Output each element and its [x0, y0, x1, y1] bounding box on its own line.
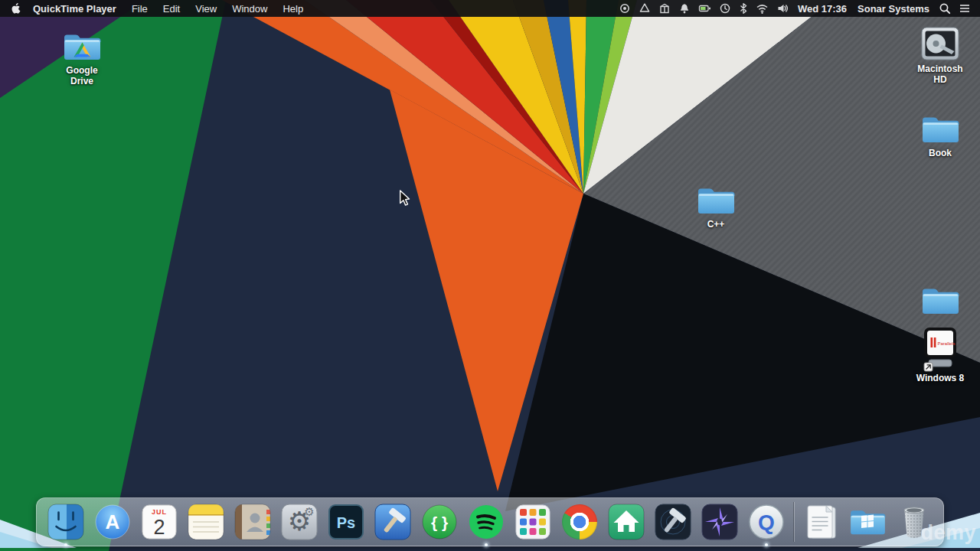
desktop-icon-macintosh-hd[interactable]: Macintosh HD [914, 26, 966, 86]
home-app-icon [606, 502, 646, 542]
svg-text:{ }: { } [431, 514, 448, 531]
calendar-icon: JUL 2 [139, 502, 179, 542]
dock: A JUL 2 [36, 497, 944, 546]
xcode-dark-icon [653, 502, 693, 542]
svg-text:Q: Q [758, 510, 775, 534]
dock-windows-folder[interactable] [848, 502, 887, 542]
folder-icon [920, 285, 961, 318]
dock-separator [793, 502, 794, 542]
dock-app-store[interactable]: A [93, 502, 132, 542]
icon-label: Macintosh HD [914, 64, 966, 86]
desktop-icon-cpp[interactable]: C++ [690, 184, 742, 230]
spotify-icon [466, 502, 506, 542]
spotlight-icon[interactable] [939, 2, 951, 15]
windows-folder-icon [848, 502, 887, 542]
svg-text:⚙: ⚙ [304, 505, 314, 518]
menu-app-name[interactable]: QuickTime Player [25, 3, 124, 15]
icon-label: Windows 8 [916, 373, 965, 384]
star-app-icon [700, 502, 740, 542]
desktop-icon-google-drive[interactable]: Google Drive [56, 31, 108, 87]
dock-spotify[interactable] [466, 502, 506, 542]
parallels-alias-icon: Parallels [920, 328, 961, 372]
quicktime-icon: Q [746, 502, 786, 542]
desktop-icon-book[interactable]: Book [914, 113, 966, 159]
dock-home-app[interactable] [606, 502, 646, 542]
svg-text:Parallels: Parallels [938, 341, 956, 346]
menu-window[interactable]: Window [224, 3, 275, 15]
notes-icon [186, 502, 226, 542]
apple-menu-icon[interactable] [11, 2, 21, 15]
dock-finder[interactable] [46, 502, 86, 542]
menu-view[interactable]: View [188, 3, 224, 15]
icon-label: C++ [707, 220, 725, 230]
desktop-icon-windows8[interactable]: Parallels Windows 8 [914, 328, 966, 384]
mouse-cursor [399, 190, 410, 210]
user-menu[interactable]: Sonar Systems [856, 3, 931, 15]
photoshop-icon: Ps [326, 502, 366, 542]
dock-system-preferences[interactable]: ⚙ ⚙ [279, 502, 319, 542]
bluetooth-icon[interactable] [739, 2, 748, 15]
time-machine-icon[interactable] [719, 2, 731, 15]
wifi-icon[interactable] [756, 2, 769, 15]
dock-quicktime[interactable]: Q [746, 502, 786, 542]
desktop-icon-folder[interactable] [914, 285, 966, 320]
xcode-icon [373, 502, 413, 542]
menu-help[interactable]: Help [275, 3, 311, 15]
package-status-icon[interactable] [658, 2, 671, 15]
dock-xcode[interactable] [373, 502, 413, 542]
chrome-icon [562, 504, 597, 540]
battery-icon[interactable] [698, 2, 711, 15]
folder-icon [695, 184, 737, 218]
menu-bar: QuickTime Player File Edit View Window H… [0, 0, 980, 17]
icon-label: Book [929, 148, 952, 159]
bell-icon[interactable] [678, 2, 691, 15]
google-drive-status-icon[interactable] [639, 2, 651, 15]
notification-center-icon[interactable] [959, 3, 971, 14]
dock-xcode-dark[interactable] [653, 502, 693, 542]
google-drive-folder-icon [61, 31, 103, 64]
desktop-wallpaper [0, 0, 980, 551]
menu-edit[interactable]: Edit [155, 3, 188, 15]
hard-drive-icon [920, 26, 961, 63]
folder-icon [920, 113, 961, 147]
dock-calendar[interactable]: JUL 2 [139, 502, 179, 542]
screen-recording-icon[interactable] [619, 2, 631, 15]
svg-text:Ps: Ps [337, 514, 355, 531]
grid-app-icon [513, 502, 553, 542]
menu-file[interactable]: File [124, 3, 155, 15]
dock-code-braces[interactable]: { } [420, 502, 459, 542]
dock-star-app[interactable] [700, 502, 740, 542]
svg-text:JUL: JUL [152, 508, 167, 516]
system-preferences-icon: ⚙ ⚙ [279, 502, 319, 542]
dock-notes[interactable] [186, 502, 226, 542]
dock-documents[interactable] [801, 502, 841, 542]
app-store-icon: A [93, 502, 132, 542]
dock-grid-app[interactable] [513, 502, 553, 542]
dock-chrome[interactable] [560, 502, 599, 542]
dock-contacts[interactable] [233, 502, 273, 542]
volume-icon[interactable] [776, 2, 789, 15]
watermark: demy [920, 521, 976, 545]
svg-text:2: 2 [153, 516, 165, 539]
contacts-icon [233, 502, 273, 542]
finder-icon [46, 502, 86, 542]
dock-photoshop[interactable]: Ps [326, 502, 366, 542]
document-icon [801, 502, 841, 542]
menu-clock[interactable]: Wed 17:36 [796, 3, 848, 15]
code-braces-icon: { } [420, 502, 459, 542]
svg-text:A: A [106, 510, 120, 533]
icon-label: Google Drive [56, 66, 108, 87]
